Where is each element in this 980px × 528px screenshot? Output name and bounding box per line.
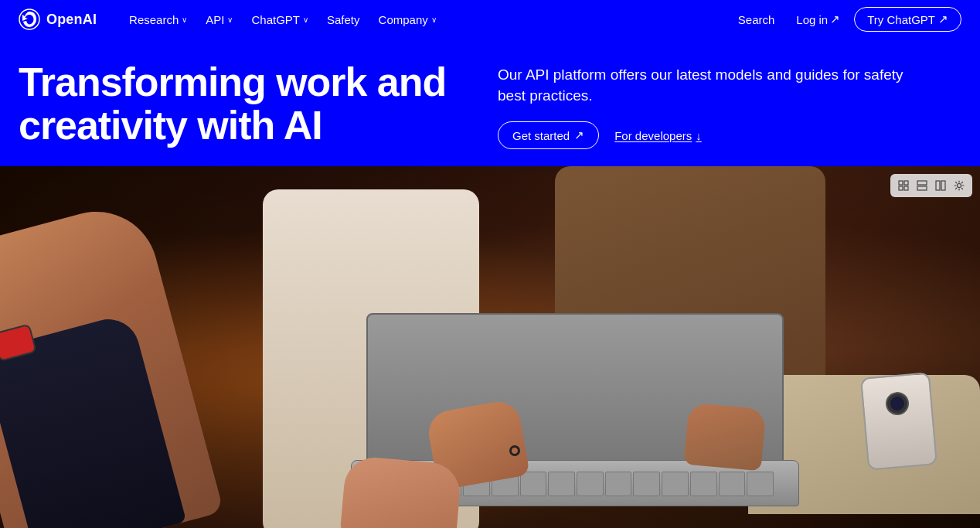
external-link-icon: ↗ [830, 12, 840, 26]
chevron-down-icon: ∨ [431, 15, 437, 24]
toolbar-icon-1[interactable] [895, 177, 912, 194]
hero-left: Transforming work and creativity with AI [19, 60, 451, 147]
arrow-icon: ↗ [938, 12, 948, 26]
svg-rect-2 [904, 181, 908, 185]
svg-rect-5 [917, 181, 927, 185]
arrow-down-icon: ↓ [696, 129, 702, 142]
chevron-down-icon: ∨ [303, 15, 308, 24]
svg-rect-1 [899, 181, 903, 185]
logo-link[interactable]: OpenAI [19, 9, 97, 30]
chevron-down-icon: ∨ [227, 15, 233, 24]
image-toolbar [890, 174, 972, 197]
right-hand [684, 403, 767, 471]
search-button[interactable]: Search [730, 9, 783, 31]
hero-description: Our API platform offers our latest model… [498, 65, 915, 106]
svg-rect-7 [936, 181, 940, 190]
brand-name: OpenAI [46, 12, 97, 28]
hands-scene [0, 166, 980, 528]
chevron-down-icon: ∨ [182, 15, 187, 24]
hero-buttons: Get started ↗ For developers ↓ [498, 121, 915, 149]
toolbar-icon-3[interactable] [932, 177, 949, 194]
nav-links: Research ∨ API ∨ ChatGPT ∨ Safety Compan… [121, 9, 730, 31]
nav-item-safety[interactable]: Safety [319, 9, 368, 31]
openai-logo-icon [19, 9, 40, 30]
login-button[interactable]: Log in ↗ [788, 8, 848, 31]
toolbar-icon-2[interactable] [914, 177, 931, 194]
svg-point-9 [958, 184, 961, 188]
bottom-hand [340, 455, 462, 528]
svg-rect-3 [899, 186, 903, 190]
phone-lens [890, 396, 905, 411]
try-chatgpt-button[interactable]: Try ChatGPT ↗ [854, 7, 961, 32]
nav-item-company[interactable]: Company ∨ [371, 9, 444, 31]
phone-camera [885, 391, 910, 417]
nav-right: Search Log in ↗ Try ChatGPT ↗ [730, 7, 961, 32]
hero-title: Transforming work and creativity with AI [19, 60, 451, 147]
nav-item-research[interactable]: Research ∨ [121, 9, 195, 31]
hero-right: Our API platform offers our latest model… [451, 60, 915, 149]
for-developers-button[interactable]: For developers ↓ [614, 129, 702, 142]
svg-rect-8 [941, 181, 945, 190]
hero-image-container [0, 166, 980, 528]
nav-item-chatgpt[interactable]: ChatGPT ∨ [243, 9, 316, 31]
svg-rect-4 [904, 186, 908, 190]
phone-device [860, 372, 937, 470]
navbar: OpenAI Research ∨ API ∨ ChatGPT ∨ Safety… [0, 0, 980, 39]
gear-icon[interactable] [951, 177, 968, 194]
get-started-button[interactable]: Get started ↗ [498, 121, 599, 149]
nav-item-api[interactable]: API ∨ [198, 9, 240, 31]
svg-rect-6 [917, 186, 927, 190]
arrow-icon: ↗ [574, 128, 584, 142]
hero-section: Transforming work and creativity with AI… [0, 39, 980, 166]
